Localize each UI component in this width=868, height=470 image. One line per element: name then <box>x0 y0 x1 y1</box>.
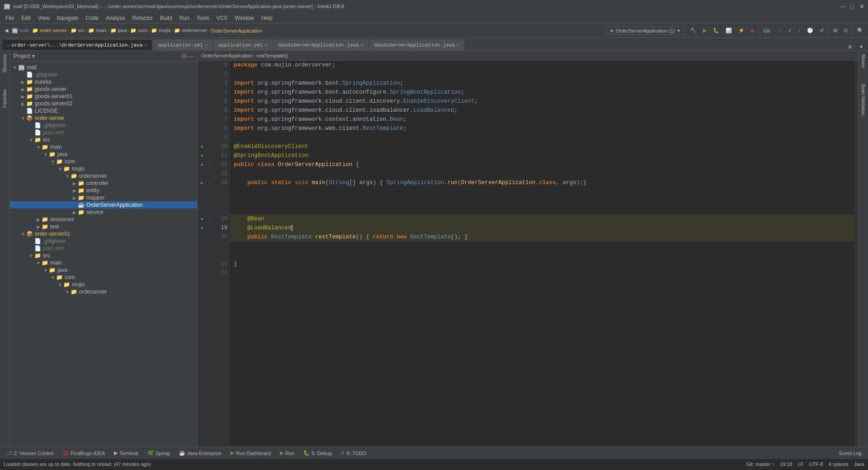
toolbar-layout[interactable]: ⊞ <box>830 27 840 34</box>
tree-item-goods-server02[interactable]: ▶ 📁 goods-server02 <box>10 100 197 107</box>
tree-item-mujio[interactable]: ▼ 📁 mujio <box>10 165 197 172</box>
tree-item-com01[interactable]: ▼ 📁 com <box>10 274 197 281</box>
tree-item-controller[interactable]: ▶ 📁 controller <box>10 180 197 187</box>
structure-tab[interactable]: Structure <box>1 51 8 76</box>
recent-files-btn[interactable]: ▼ <box>856 43 866 50</box>
breadcrumb-com[interactable]: 📁 com <box>130 28 147 33</box>
toolbar-search[interactable]: 🔍 <box>854 27 866 34</box>
toolbar-layout2[interactable]: ⊡ <box>841 27 850 34</box>
menu-navigate[interactable]: Navigate <box>53 14 82 22</box>
bottom-tab-java-enterprise[interactable]: ☕ Java Enterprise <box>175 448 226 458</box>
bottom-tab-run-dashboard[interactable]: ▶ Run Dashboard <box>226 448 275 458</box>
line-ending[interactable]: LF <box>798 461 804 467</box>
sidebar-settings[interactable]: ⚙ <box>181 52 187 60</box>
breadcrumb-main[interactable]: 📁 main <box>88 28 107 33</box>
tree-item-main[interactable]: ▼ 📁 main <box>10 143 197 151</box>
tree-item-mujio01[interactable]: ▼ 📁 mujio <box>10 281 197 288</box>
bottom-tab-debug[interactable]: 🐛 5: Debug <box>299 448 336 458</box>
breadcrumb-java[interactable]: 📁 java <box>110 28 127 33</box>
menu-edit[interactable]: Edit <box>18 14 34 22</box>
menu-tools[interactable]: Tools <box>193 14 213 22</box>
bottom-tab-run[interactable]: ▶ Run <box>275 448 299 458</box>
tree-item-orderserver[interactable]: ▼ 📁 orderserver <box>10 172 197 180</box>
toolbar-vcs-push[interactable]: ↑ <box>796 27 804 34</box>
tab-applicationyml2[interactable]: application.yml ✕ <box>213 39 273 50</box>
tree-item-java01[interactable]: ▼ 📁 java <box>10 266 197 274</box>
toolbar-build[interactable]: 🔨 <box>688 27 699 34</box>
breadcrumb-mall[interactable]: 🏢 mall <box>12 28 28 33</box>
code-editor[interactable]: ● ● ● ▶ ● ● <box>198 61 858 446</box>
menu-build[interactable]: Build <box>156 14 176 22</box>
close-btn[interactable]: ✕ <box>859 3 864 10</box>
tree-item-eureka[interactable]: ▶ 📁 eureka <box>10 78 197 85</box>
toolbar-debug[interactable]: 🐛 <box>710 27 722 34</box>
breadcrumb-class[interactable]: OrderServerApplication <box>211 28 262 33</box>
toolbar-git[interactable]: Git: <box>760 27 774 34</box>
encoding[interactable]: UTF-8 <box>809 461 823 467</box>
tree-item-order-server-gitignore[interactable]: 📄 .gitignore <box>10 122 197 129</box>
bottom-tab-version-control[interactable]: ⎇ 2: Version Control <box>2 448 58 458</box>
tab-close-btn[interactable]: ✕ <box>457 43 459 48</box>
menu-refactor[interactable]: Refactor <box>129 14 156 22</box>
split-editor-btn[interactable]: ⊞ <box>845 43 854 50</box>
tab-goodsserverapplication2[interactable]: GoodsServerApplication.java ✕ <box>369 39 464 50</box>
tree-item-java[interactable]: ▼ 📁 java <box>10 151 197 158</box>
tree-item-order-server01-pom[interactable]: 📄 pom.xml <box>10 245 197 252</box>
bottom-tab-todo[interactable]: ✓ 6: TODO <box>336 448 371 458</box>
menu-help[interactable]: Help <box>258 14 276 22</box>
bottom-tab-terminal[interactable]: ▶ Terminal <box>109 448 143 458</box>
tree-item-mall[interactable]: ▼ 🏢 mall <box>10 64 197 71</box>
favorites-tab[interactable]: Favorites <box>1 85 8 111</box>
tree-item-com[interactable]: ▼ 📁 com <box>10 158 197 165</box>
menu-vcs[interactable]: VCS <box>213 14 231 22</box>
menu-analyze[interactable]: Analyze <box>102 14 129 22</box>
maximize-btn[interactable]: □ <box>850 3 854 10</box>
breadcrumb-order-server[interactable]: 📁 order-server <box>32 28 67 33</box>
breadcrumb-mujio[interactable]: 📁 mujio <box>151 28 170 33</box>
tab-goodsserverapplication1[interactable]: GoodsServerApplication.java ✕ <box>274 39 368 50</box>
tab-close-btn[interactable]: ✕ <box>265 43 268 48</box>
menu-file[interactable]: File <box>2 14 18 22</box>
tree-item-goods-server[interactable]: ▶ 📁 goods-server <box>10 85 197 93</box>
breadcrumb-src[interactable]: 📁 src <box>71 28 85 33</box>
bottom-tab-findbugs[interactable]: 🐞 FindBugs-IDEA <box>58 448 109 458</box>
window-controls[interactable]: ─ □ ✕ <box>841 3 864 10</box>
tree-item-mapper[interactable]: ▶ 📁 mapper <box>10 194 197 201</box>
tree-item-entity[interactable]: ▶ 📁 entity <box>10 187 197 194</box>
editor-breadcrumb-method[interactable]: restTemplate() <box>256 53 288 58</box>
tree-item-orderserver01[interactable]: ▼ 📁 orderserver <box>10 288 197 295</box>
toolbar-coverage[interactable]: 📊 <box>723 27 735 34</box>
tab-close-btn[interactable]: ✕ <box>361 43 363 48</box>
tab-close-btn[interactable]: ✕ <box>144 43 147 48</box>
tab-close-btn[interactable]: ✕ <box>205 43 208 48</box>
toolbar-stop[interactable]: ■ <box>748 27 757 34</box>
bean-validation-tab[interactable]: Bean Validation <box>860 81 867 119</box>
git-status[interactable]: Git: master ↑ <box>746 461 774 467</box>
tree-item-orderserverapplication[interactable]: ☕ OrderServerApplication <box>10 201 197 209</box>
tree-item-resources[interactable]: ▶ 📁 resources <box>10 216 197 223</box>
toolbar-back[interactable]: ◀ <box>2 27 11 34</box>
breadcrumb-orderserver[interactable]: 📁 orderserver <box>174 28 207 33</box>
tree-item-goods-server01[interactable]: ▶ 📁 goods-server01 <box>10 93 197 100</box>
menu-code[interactable]: Code <box>82 14 102 22</box>
toolbar-revert[interactable]: ↺ <box>817 27 826 34</box>
bottom-tab-spring[interactable]: 🌿 Spring <box>143 448 175 458</box>
tree-item-order-server01[interactable]: ▼ 📦 order-server01 <box>10 230 197 237</box>
tree-item-service[interactable]: ▶ 📁 service <box>10 209 197 216</box>
minimize-btn[interactable]: ─ <box>841 3 845 10</box>
tab-orderserverapplication[interactable]: ☕ order-server\...\OrderServerApplicatio… <box>2 39 152 50</box>
menu-run[interactable]: Run <box>176 14 193 22</box>
code-content[interactable]: package com.mujio.orderserver; import or… <box>230 61 854 446</box>
cursor-position[interactable]: 19:18 <box>780 461 793 467</box>
editor-breadcrumb-class[interactable]: OrderServerApplication <box>201 53 253 58</box>
tab-applicationyml1[interactable]: application.yml ✕ <box>153 39 212 50</box>
file-type[interactable]: Java <box>854 461 864 467</box>
maven-tab[interactable]: Maven <box>860 51 867 71</box>
indent-info[interactable]: 4 spaces <box>829 461 849 467</box>
sidebar-minimize[interactable]: — <box>187 52 193 60</box>
tree-item-test[interactable]: ▶ 📁 test <box>10 223 197 230</box>
toolbar-vcs-commit[interactable]: ✓ <box>785 27 795 34</box>
tree-item-main01[interactable]: ▼ 📁 main <box>10 259 197 266</box>
toolbar-run[interactable]: ▶ <box>700 27 709 34</box>
tree-item-order-server-pom[interactable]: 📄 pom.xml <box>10 129 197 136</box>
